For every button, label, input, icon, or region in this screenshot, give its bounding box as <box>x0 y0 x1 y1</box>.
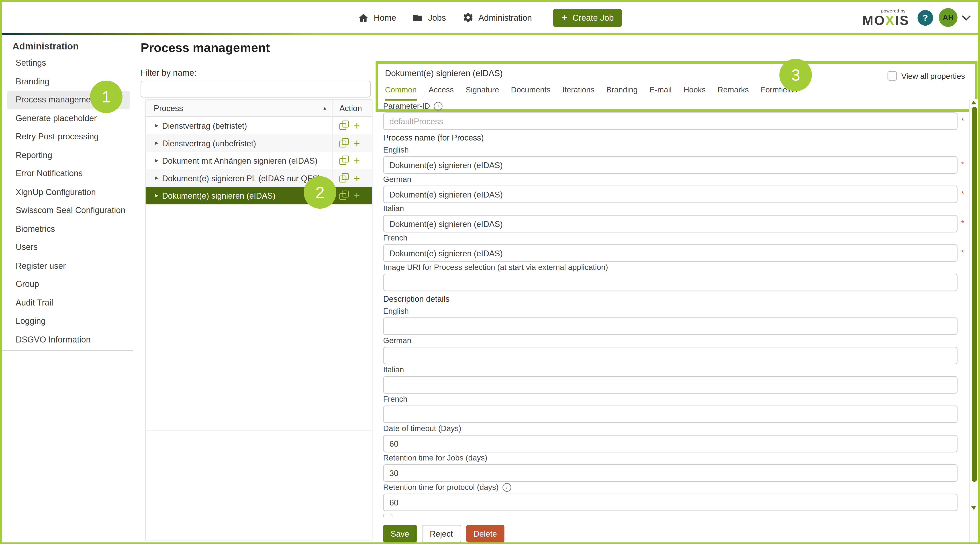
sidebar-item-retry-post-processing[interactable]: Retry Post-processing <box>2 127 133 146</box>
chevron-down-icon[interactable] <box>962 12 970 21</box>
process-name-heading: Process name (for Process) <box>383 133 964 141</box>
row-expand-icon[interactable]: ▶ <box>155 193 158 198</box>
table-row[interactable]: ▶ Dienstvertrag (unbefristet) + <box>146 134 372 152</box>
info-icon[interactable]: i <box>434 102 442 110</box>
retention-protocol-input[interactable] <box>383 494 958 511</box>
process-name-italian-label: Italian <box>383 204 964 213</box>
common-tab-form: Parameter-ID i * Process name (for Proce… <box>383 101 964 542</box>
process-name-german-input[interactable] <box>383 186 958 203</box>
copy-process-icon[interactable] <box>339 123 346 130</box>
retention-protocol-label: Retention time for protocol (days) i <box>383 482 964 492</box>
sidebar-item-xignup-configuration[interactable]: XignUp Configuration <box>2 183 133 201</box>
vertical-scrollbar[interactable] <box>969 99 978 542</box>
table-row[interactable]: ▶ Dienstvertrag (befristet) + <box>146 117 372 135</box>
tab-documents[interactable]: Documents <box>511 86 550 94</box>
detail-tabs: Common Access Signature Documents Iterat… <box>385 86 975 94</box>
header-right: powered by MOXIS ? AH <box>862 2 969 33</box>
table-row[interactable]: ▶ Dokument mit Anhängen signieren (eIDAS… <box>146 152 372 169</box>
sidebar-item-biometrics[interactable]: Biometrics <box>2 220 133 238</box>
delete-button[interactable]: Delete <box>466 525 504 542</box>
scroll-up-icon[interactable] <box>971 101 976 105</box>
sidebar-item-audit-trail[interactable]: Audit Trail <box>2 293 133 312</box>
save-button[interactable]: Save <box>383 525 417 542</box>
description-english-input[interactable] <box>383 318 958 335</box>
description-german-input[interactable] <box>383 347 958 364</box>
nav-home-label: Home <box>374 13 396 22</box>
tab-access[interactable]: Access <box>428 86 454 94</box>
filter-input[interactable] <box>140 81 371 97</box>
add-process-icon[interactable]: + <box>354 190 360 201</box>
sidebar-item-reporting[interactable]: Reporting <box>2 146 133 164</box>
add-process-icon[interactable]: + <box>354 120 360 131</box>
nav-jobs[interactable]: Jobs <box>412 12 446 23</box>
tab-signature[interactable]: Signature <box>466 86 499 94</box>
scrollbar-thumb[interactable] <box>972 107 977 482</box>
page-title: Process management <box>140 41 373 55</box>
sidebar-item-settings[interactable]: Settings <box>2 54 133 72</box>
process-name-english-input[interactable] <box>383 156 958 174</box>
nav-administration[interactable]: Administration <box>462 12 532 23</box>
retention-jobs-input[interactable] <box>383 464 958 482</box>
sidebar-item-users[interactable]: Users <box>2 238 133 256</box>
tab-branding[interactable]: Branding <box>606 86 638 94</box>
add-process-icon[interactable]: + <box>354 155 360 166</box>
sort-ascending-icon[interactable]: ▲ <box>323 106 327 110</box>
sidebar-item-register-user[interactable]: Register user <box>2 256 133 275</box>
sidebar-item-group[interactable]: Group <box>2 275 133 293</box>
parameter-id-input[interactable] <box>383 113 958 130</box>
tab-iterations[interactable]: Iterations <box>562 86 595 94</box>
tab-remarks[interactable]: Remarks <box>718 86 749 94</box>
copy-process-icon[interactable] <box>339 158 346 165</box>
scroll-down-icon[interactable] <box>971 506 976 510</box>
sidebar-item-logging[interactable]: Logging <box>2 312 133 330</box>
clipped-next-field <box>383 514 393 517</box>
parameter-id-label: Parameter-ID i <box>383 101 964 111</box>
gear-icon <box>462 12 474 23</box>
brand-x-glyph: X <box>885 13 895 27</box>
row-actions: + <box>332 187 372 204</box>
view-all-checkbox[interactable] <box>888 71 897 81</box>
selected-process-title: Dokument(e) signieren (eIDAS) <box>385 69 975 78</box>
tab-hooks[interactable]: Hooks <box>684 86 706 94</box>
row-expand-icon[interactable]: ▶ <box>155 140 158 145</box>
add-process-icon[interactable]: + <box>354 173 360 183</box>
row-expand-icon[interactable]: ▶ <box>155 158 158 163</box>
image-uri-input[interactable] <box>383 274 958 291</box>
tab-email[interactable]: E-mail <box>649 86 671 94</box>
sidebar-item-generate-placeholder[interactable]: Generate placeholder <box>2 109 133 127</box>
row-actions: + <box>332 117 372 135</box>
row-actions: + <box>332 169 372 187</box>
avatar[interactable]: AH <box>939 8 958 27</box>
table-row[interactable]: ▶ Dokument(e) signieren PL (eIDAS nur QE… <box>146 169 372 187</box>
column-header-process[interactable]: Process ▲ <box>146 103 332 113</box>
main-nav: Home Jobs Administration + Create Job <box>2 2 978 33</box>
reject-button[interactable]: Reject <box>422 525 461 542</box>
nav-home[interactable]: Home <box>358 12 396 23</box>
copy-process-icon[interactable] <box>339 140 346 147</box>
help-button[interactable]: ? <box>917 10 933 25</box>
create-job-button[interactable]: + Create Job <box>553 8 622 27</box>
process-name-french-input[interactable] <box>383 244 958 262</box>
timeout-input[interactable] <box>383 435 958 452</box>
process-name-italian-input[interactable] <box>383 215 958 232</box>
table-row-selected[interactable]: ▶ Dokument(e) signieren (eIDAS) + <box>146 187 372 204</box>
copy-process-icon[interactable] <box>339 176 346 183</box>
sidebar-item-dsgvo-information[interactable]: DSGVO Information <box>2 330 133 349</box>
plus-icon: + <box>561 12 568 23</box>
sidebar-item-error-notifications[interactable]: Error Notifications <box>2 164 133 183</box>
copy-process-icon[interactable] <box>339 193 346 200</box>
row-expand-icon[interactable]: ▶ <box>155 176 158 181</box>
powered-by-text: powered by <box>881 8 909 13</box>
description-french-input[interactable] <box>383 406 958 423</box>
process-list-panel: Process management Filter by name: Proce… <box>140 37 373 541</box>
sidebar-divider <box>2 350 133 351</box>
sidebar-item-swisscom-seal-configuration[interactable]: Swisscom Seal Configuration <box>2 201 133 220</box>
brand-gradient-divider <box>2 33 978 35</box>
add-process-icon[interactable]: + <box>354 138 360 148</box>
tab-common[interactable]: Common <box>385 86 417 94</box>
view-all-properties-toggle[interactable]: View all properties <box>888 71 965 81</box>
row-expand-icon[interactable]: ▶ <box>155 123 158 128</box>
info-icon[interactable]: i <box>503 483 511 492</box>
annotation-step-1: 1 <box>90 81 123 113</box>
description-italian-input[interactable] <box>383 376 958 394</box>
